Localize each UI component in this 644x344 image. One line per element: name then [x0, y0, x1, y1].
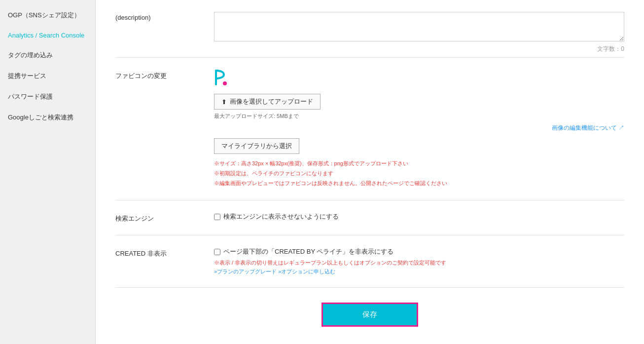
favicon-label: ファビコンの変更 — [115, 70, 214, 80]
favicon-note-2: ※初期設定は、ペライチのファビコンになります — [214, 169, 624, 179]
sidebar-item-google[interactable]: Googleしごと検索連携 — [0, 107, 95, 128]
search-engine-content: 検索エンジンに表示させないようにする — [214, 212, 624, 221]
upload-icon: ⬆ — [221, 98, 227, 106]
sidebar-item-analytics[interactable]: Analytics / Search Console — [0, 26, 95, 45]
created-content: ページ最下部の「CREATED BY ペライチ」を非表示にする ※表示 / 非表… — [214, 247, 624, 275]
library-button[interactable]: マイライブラリから選択 — [214, 138, 299, 154]
sidebar-item-ogp[interactable]: OGP（SNSシェア設定） — [0, 5, 95, 26]
sidebar-item-service[interactable]: 提携サービス — [0, 66, 95, 86]
search-engine-section: 検索エンジン 検索エンジンに表示させないようにする — [115, 200, 624, 235]
search-engine-label: 検索エンジン — [115, 212, 214, 223]
search-engine-checkbox-label: 検索エンジンに表示させないようにする — [223, 212, 339, 221]
description-textarea[interactable] — [214, 12, 624, 41]
search-engine-checkbox-row[interactable]: 検索エンジンに表示させないようにする — [214, 212, 624, 221]
favicon-notes: ※サイズ：高さ32px × 幅32px(推奨)、保存形式：png形式でアップロー… — [214, 159, 624, 188]
created-label: CREATED 非表示 — [115, 247, 214, 258]
favicon-content: ⬆ 画像を選択してアップロード 最大アップロードサイズ: 5MBまで 画像の編集… — [214, 70, 624, 188]
save-button[interactable]: 保存 — [322, 303, 418, 327]
image-edit-link[interactable]: 画像の編集機能について ↗ — [552, 124, 624, 131]
favicon-icon — [214, 70, 624, 89]
created-upgrade-link[interactable]: »プランのアップグレード »オプションに申し込む — [214, 268, 335, 274]
created-checkbox-row[interactable]: ページ最下部の「CREATED BY ペライチ」を非表示にする — [214, 247, 624, 256]
description-content: 文字数：0 — [214, 12, 624, 53]
sidebar-item-password[interactable]: パスワード保護 — [0, 86, 95, 107]
created-note: ※表示 / 非表示の切り替えはレギュラープラン以上もしくはオプションのご契約で設… — [214, 259, 624, 267]
save-section: 保存 — [115, 288, 624, 337]
char-count: 文字数：0 — [214, 45, 624, 53]
sidebar-item-tag[interactable]: タグの埋め込み — [0, 45, 95, 66]
upload-button-label: 画像を選択してアップロード — [230, 97, 313, 106]
favicon-note-3: ※編集画面やプレビューではファビコンは反映されません。公開されたページでご確認く… — [214, 179, 624, 189]
upload-hint: 最大アップロードサイズ: 5MBまで — [214, 113, 624, 120]
search-engine-checkbox[interactable] — [214, 214, 220, 220]
created-checkbox-label: ページ最下部の「CREATED BY ペライチ」を非表示にする — [223, 247, 394, 256]
sidebar: OGP（SNSシェア設定） Analytics / Search Console… — [0, 0, 96, 344]
image-edit-link-container: 画像の編集機能について ↗ — [214, 124, 624, 132]
main-content: (description) 文字数：0 ファビコンの変更 — [96, 0, 644, 344]
upload-button[interactable]: ⬆ 画像を選択してアップロード — [214, 94, 321, 110]
description-section: (description) 文字数：0 — [115, 0, 624, 58]
favicon-note-1: ※サイズ：高さ32px × 幅32px(推奨)、保存形式：png形式でアップロー… — [214, 159, 624, 169]
favicon-section: ファビコンの変更 ⬆ 画像を選択してアップロード — [115, 58, 624, 200]
svg-point-0 — [223, 81, 227, 85]
created-checkbox[interactable] — [214, 249, 220, 255]
created-section: CREATED 非表示 ページ最下部の「CREATED BY ペライチ」を非表示… — [115, 235, 624, 288]
description-label: (description) — [115, 12, 214, 21]
